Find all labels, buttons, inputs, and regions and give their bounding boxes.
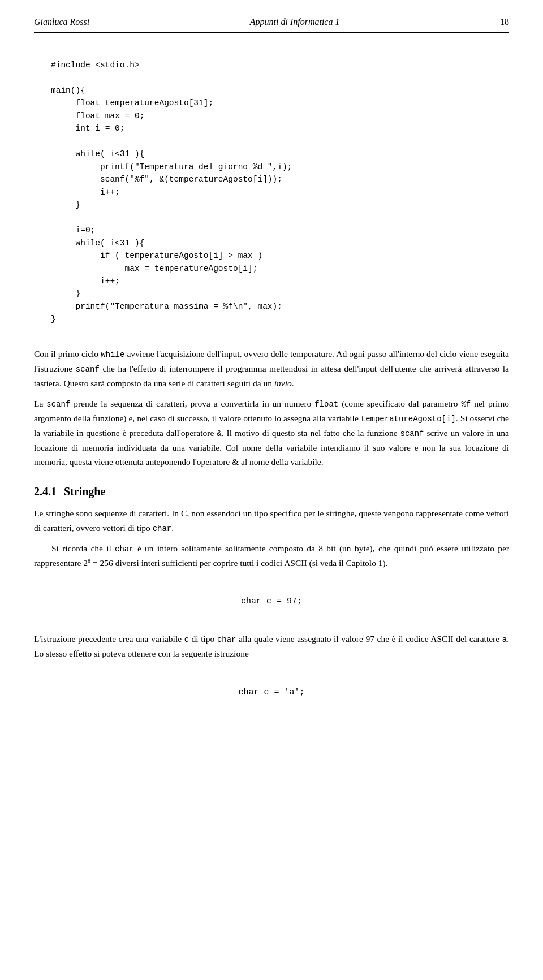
main-code-block: #include <stdio.h> main(){ float tempera… — [34, 49, 509, 336]
inline-code-scanf-2: scanf — [46, 400, 70, 409]
header-title: Appunti di Informatica 1 — [250, 17, 340, 27]
paragraph-1: Con il primo ciclo while avviene l'acqui… — [34, 347, 509, 391]
inline-code-c: c — [184, 635, 189, 644]
inline-code-char-2: char — [115, 545, 134, 554]
text-section-stringhe: Le stringhe sono sequenze di caratteri. … — [34, 506, 509, 570]
page: Gianluca Rossi Appunti di Informatica 1 … — [0, 0, 543, 980]
section-heading-stringhe: 2.4.1 Stringhe — [34, 485, 509, 498]
text-invio: invio — [274, 378, 292, 388]
paragraph-stringhe-3: L'istruzione precedente crea una variabi… — [34, 632, 509, 661]
code-box-2-container: char c = 'a'; — [34, 672, 509, 713]
code-box-1-container: char c = 97; — [34, 581, 509, 621]
code-box-1: char c = 97; — [175, 592, 368, 611]
code-box-2: char c = 'a'; — [175, 683, 368, 702]
paragraph-stringhe-2: Si ricorda che il char è un intero solit… — [34, 541, 509, 571]
superscript-8: 8 — [88, 558, 90, 564]
inline-code-float: float — [314, 400, 338, 409]
text-section-stringhe-2: L'istruzione precedente crea una variabi… — [34, 632, 509, 661]
page-header: Gianluca Rossi Appunti di Informatica 1 … — [34, 17, 509, 33]
divider-after-code — [34, 336, 509, 336]
inline-code-scanf-3: scanf — [400, 429, 424, 438]
header-author: Gianluca Rossi — [34, 17, 89, 27]
inline-code-amp: & — [217, 429, 221, 438]
section-number: 2.4.1 — [34, 485, 57, 498]
inline-code-pf: %f — [461, 400, 471, 409]
inline-code-a: a — [502, 635, 507, 644]
paragraph-stringhe-1: Le stringhe sono sequenze di caratteri. … — [34, 506, 509, 536]
inline-code-char-1: char — [153, 524, 172, 533]
inline-code-char-3: char — [217, 635, 236, 644]
section-title-text: Stringhe — [64, 485, 105, 498]
text-section-main: Con il primo ciclo while avviene l'acqui… — [34, 347, 509, 469]
inline-code-while: while — [101, 350, 124, 359]
header-page: 18 — [500, 17, 509, 27]
paragraph-2: La scanf prende la sequenza di caratteri… — [34, 396, 509, 469]
inline-code-var: temperatureAgosto[i] — [361, 415, 456, 424]
inline-code-scanf-1: scanf — [76, 365, 100, 374]
